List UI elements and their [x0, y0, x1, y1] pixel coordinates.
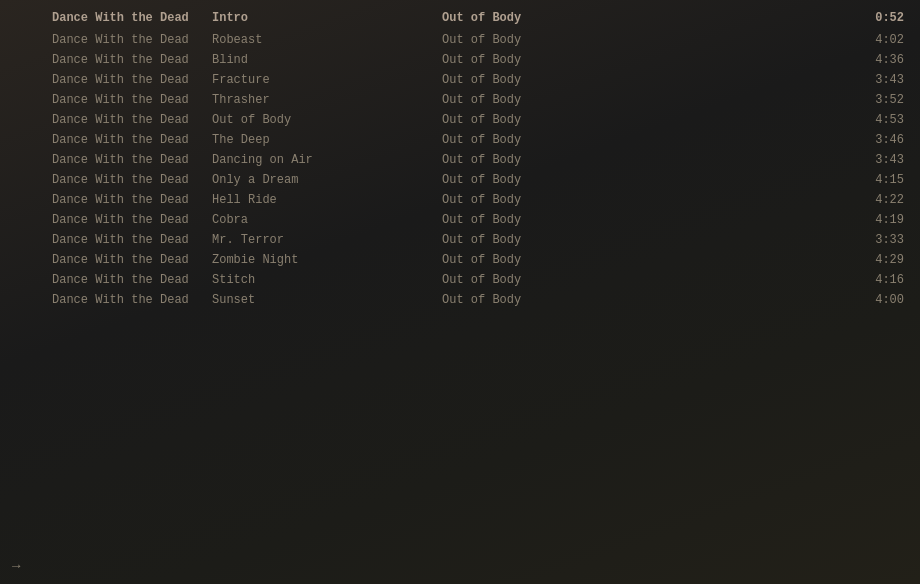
title-cell: Mr. Terror	[200, 233, 430, 247]
title-cell: Hell Ride	[200, 193, 430, 207]
album-cell: Out of Body	[430, 73, 860, 87]
duration-cell: 4:15	[860, 173, 920, 187]
duration-cell: 4:22	[860, 193, 920, 207]
duration-cell: 4:02	[860, 33, 920, 47]
artist-cell: Dance With the Dead	[0, 293, 200, 307]
title-cell: Thrasher	[200, 93, 430, 107]
album-cell: Out of Body	[430, 11, 860, 25]
artist-cell: Dance With the Dead	[0, 53, 200, 67]
table-row[interactable]: Dance With the DeadOut of BodyOut of Bod…	[0, 110, 920, 130]
duration-cell: 4:29	[860, 253, 920, 267]
album-cell: Out of Body	[430, 153, 860, 167]
artist-cell: Dance With the Dead	[0, 133, 200, 147]
duration-cell: 4:16	[860, 273, 920, 287]
table-row[interactable]: Dance With the DeadBlindOut of Body4:36	[0, 50, 920, 70]
album-cell: Out of Body	[430, 253, 860, 267]
title-cell: Dancing on Air	[200, 153, 430, 167]
artist-cell: Dance With the Dead	[0, 153, 200, 167]
album-cell: Out of Body	[430, 193, 860, 207]
table-row[interactable]: Dance With the DeadZombie NightOut of Bo…	[0, 250, 920, 270]
arrow-icon: →	[12, 558, 20, 574]
album-cell: Out of Body	[430, 173, 860, 187]
table-row[interactable]: Dance With the DeadFractureOut of Body3:…	[0, 70, 920, 90]
duration-cell: 4:00	[860, 293, 920, 307]
artist-cell: Dance With the Dead	[0, 193, 200, 207]
duration-cell: 3:43	[860, 73, 920, 87]
table-row[interactable]: Dance With the DeadRobeastOut of Body4:0…	[0, 30, 920, 50]
title-cell: Sunset	[200, 293, 430, 307]
artist-cell: Dance With the Dead	[0, 33, 200, 47]
table-row[interactable]: Dance With the DeadHell RideOut of Body4…	[0, 190, 920, 210]
duration-cell: 3:43	[860, 153, 920, 167]
album-cell: Out of Body	[430, 53, 860, 67]
duration-cell: 3:33	[860, 233, 920, 247]
title-cell: Zombie Night	[200, 253, 430, 267]
album-cell: Out of Body	[430, 33, 860, 47]
title-cell: The Deep	[200, 133, 430, 147]
artist-cell: Dance With the Dead	[0, 273, 200, 287]
title-cell: Fracture	[200, 73, 430, 87]
title-cell: Robeast	[200, 33, 430, 47]
album-cell: Out of Body	[430, 233, 860, 247]
artist-cell: Dance With the Dead	[0, 93, 200, 107]
artist-cell: Dance With the Dead	[0, 113, 200, 127]
artist-cell: Dance With the Dead	[0, 253, 200, 267]
duration-cell: 3:52	[860, 93, 920, 107]
title-cell: Intro	[200, 11, 430, 25]
title-cell: Out of Body	[200, 113, 430, 127]
album-cell: Out of Body	[430, 273, 860, 287]
artist-cell: Dance With the Dead	[0, 233, 200, 247]
table-row[interactable]: Dance With the DeadIntroOut of Body0:52	[0, 8, 920, 28]
title-cell: Only a Dream	[200, 173, 430, 187]
table-row[interactable]: Dance With the DeadSunsetOut of Body4:00	[0, 290, 920, 310]
track-list: Dance With the DeadIntroOut of Body0:52D…	[0, 0, 920, 318]
album-cell: Out of Body	[430, 113, 860, 127]
table-row[interactable]: Dance With the DeadThrasherOut of Body3:…	[0, 90, 920, 110]
duration-cell: 3:46	[860, 133, 920, 147]
table-row[interactable]: Dance With the DeadCobraOut of Body4:19	[0, 210, 920, 230]
duration-cell: 0:52	[860, 11, 920, 25]
artist-cell: Dance With the Dead	[0, 73, 200, 87]
album-cell: Out of Body	[430, 133, 860, 147]
table-row[interactable]: Dance With the DeadDancing on AirOut of …	[0, 150, 920, 170]
title-cell: Cobra	[200, 213, 430, 227]
artist-cell: Dance With the Dead	[0, 173, 200, 187]
title-cell: Stitch	[200, 273, 430, 287]
duration-cell: 4:19	[860, 213, 920, 227]
album-cell: Out of Body	[430, 93, 860, 107]
artist-cell: Dance With the Dead	[0, 213, 200, 227]
album-cell: Out of Body	[430, 293, 860, 307]
album-cell: Out of Body	[430, 213, 860, 227]
duration-cell: 4:36	[860, 53, 920, 67]
table-row[interactable]: Dance With the DeadThe DeepOut of Body3:…	[0, 130, 920, 150]
table-row[interactable]: Dance With the DeadMr. TerrorOut of Body…	[0, 230, 920, 250]
table-row[interactable]: Dance With the DeadOnly a DreamOut of Bo…	[0, 170, 920, 190]
artist-cell: Dance With the Dead	[0, 11, 200, 25]
title-cell: Blind	[200, 53, 430, 67]
duration-cell: 4:53	[860, 113, 920, 127]
table-row[interactable]: Dance With the DeadStitchOut of Body4:16	[0, 270, 920, 290]
